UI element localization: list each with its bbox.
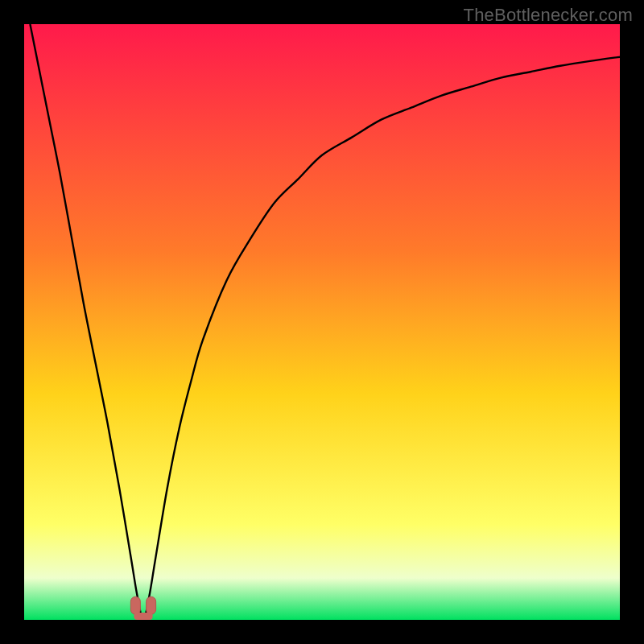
svg-rect-0 <box>130 597 140 614</box>
chart-background <box>24 24 620 620</box>
optimum-marker <box>147 597 156 614</box>
optimum-marker <box>130 597 140 614</box>
bottleneck-chart <box>24 24 620 620</box>
chart-frame: TheBottlenecker.com <box>0 0 644 644</box>
svg-rect-1 <box>147 597 156 614</box>
optimum-marker-base <box>134 613 152 620</box>
watermark-text: TheBottlenecker.com <box>464 5 633 26</box>
